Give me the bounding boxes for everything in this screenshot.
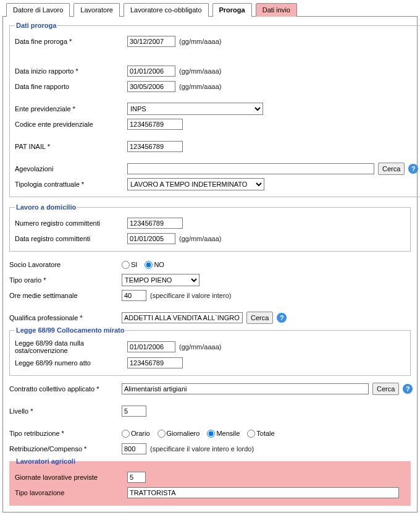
tipo-orario-select[interactable]: TEMPO PIENO [122,274,200,286]
ore-medie-field[interactable] [122,290,146,301]
label-ente-previdenziale: Ente previdenziale * [15,105,127,113]
livello-field[interactable] [122,406,146,417]
label-ore-medie: Ore medie settimanale [9,292,122,299]
socio-si-label: SI [131,261,137,268]
ente-previdenziale-select[interactable]: INPS [127,103,263,115]
hint-date-format: (gg/mm/aaaa) [179,38,221,45]
hint-int-spec: (specificare il valore intero) [150,292,231,299]
giornate-previste-field[interactable] [127,472,146,483]
legend-lavoratori-agricoli: Lavoratori agricoli [15,457,77,465]
label-data-inizio-rapporto: Data inizio rapporto * [15,67,127,75]
data-inizio-rapporto-field[interactable] [127,66,175,77]
label-giornate-previste: Giornate lavorative previste [15,474,127,481]
legend-dati-proroga: Dati proroga [15,22,57,29]
socio-si-radio[interactable] [122,261,130,269]
retribuzione-giornaliero-radio[interactable] [158,430,166,438]
socio-lavoratore-radio-group: SI NO [122,260,411,269]
legend-lavoro-domicilio: Lavoro a domicilio [15,203,77,211]
label-livello: Livello * [9,407,122,415]
codice-ente-field[interactable] [127,119,183,130]
retribuzione-giornaliero-label: Giornaliero [167,430,200,437]
retribuzione-mensile-label: Mensile [216,430,240,437]
qualifica-field[interactable] [122,312,243,323]
data-registro-field[interactable] [127,233,175,244]
data-fine-rapporto-field[interactable] [127,81,175,92]
legend-legge68: Legge 68/99 Collocamento mirato [15,326,125,334]
agevolazioni-field[interactable] [127,163,374,174]
tabs-bar: Datore di Lavoro Lavoratore Lavoratore c… [2,2,418,16]
hint-date-format: (gg/mm/aaaa) [179,67,221,75]
agevolazioni-search-button[interactable]: Cerca [378,163,405,175]
fieldset-lavoro-domicilio: Lavoro a domicilio Numero registro commi… [9,203,411,252]
label-qualifica: Qualifica professionale * [9,314,122,321]
hint-date-format: (gg/mm/aaaa) [179,235,221,242]
tab-lavoratore-co-obbligato[interactable]: Lavoratore co-obbligato [124,3,209,17]
legge68-data-field[interactable] [127,341,175,352]
tab-dati-invio[interactable]: Dati invio [256,3,297,17]
label-data-fine-proroga: Data fine proroga * [15,38,127,45]
contratto-collettivo-field[interactable] [122,383,369,394]
socio-no-radio[interactable] [145,261,153,269]
legge68-numero-field[interactable] [127,357,183,368]
retribuzione-mensile-radio[interactable] [207,430,215,438]
label-data-registro: Data registro committenti [15,235,127,242]
label-retribuzione-compenso: Retribuzione/Compenso * [9,445,122,453]
fieldset-legge68: Legge 68/99 Collocamento mirato Legge 68… [9,326,411,376]
data-fine-proroga-field[interactable] [127,36,175,47]
retribuzione-orario-radio[interactable] [122,430,130,438]
qualifica-search-button[interactable]: Cerca [246,312,273,324]
retribuzione-compenso-field[interactable] [122,443,146,454]
socio-no-label: NO [154,261,164,268]
tipo-lavorazione-field[interactable] [127,487,399,498]
label-tipologia-contrattuale: Tipologia contrattuale * [15,181,127,188]
contratto-collettivo-search-button[interactable]: Cerca [372,383,399,395]
label-legge68-data: Legge 68/99 data nulla osta/convenzione [15,339,127,354]
label-data-fine-rapporto: Data fine rapporto [15,83,127,90]
tab-lavoratore[interactable]: Lavoratore [74,3,120,17]
label-agevolazioni: Agevolazioni [15,165,127,172]
label-codice-ente: Codice ente previdenziale [15,121,127,128]
label-contratto-collettivo: Contratto collettivo applicato * [9,385,122,393]
pat-inail-field[interactable] [127,141,183,152]
label-tipo-lavorazione: Tipo lavorazione [15,489,127,496]
hint-int-lordo: (specificare il valore intero e lordo) [150,445,254,453]
label-tipo-orario: Tipo orario * [9,276,122,284]
tipologia-contrattuale-select[interactable]: LAVORO A TEMPO INDETERMINATO [127,178,264,190]
hint-date-format: (gg/mm/aaaa) [179,343,221,351]
help-icon[interactable]: ? [277,313,287,323]
label-tipo-retribuzione: Tipo retribuzione * [9,430,122,437]
label-pat-inail: PAT INAIL * [15,143,127,150]
retribuzione-totale-label: Totale [256,430,274,437]
hint-date-format: (gg/mm/aaaa) [179,83,221,90]
label-socio-lavoratore: Socio Lavoratore [9,261,122,268]
tipo-retribuzione-radio-group: Orario Giornaliero Mensile Totale [122,429,411,438]
label-legge68-numero: Legge 68/99 numero atto [15,359,127,367]
help-icon[interactable]: ? [408,164,418,174]
fieldset-dati-proroga: Dati proroga Data fine proroga * (gg/mm/… [9,22,420,197]
label-numero-registro: Numero registro committenti [15,219,127,227]
numero-registro-field[interactable] [127,218,183,229]
tab-panel-proroga: Dati proroga Data fine proroga * (gg/mm/… [2,16,418,512]
tab-proroga[interactable]: Proroga [212,3,252,17]
fieldset-lavoratori-agricoli: Lavoratori agricoli Giornate lavorative … [9,457,411,506]
tab-datore-di-lavoro[interactable]: Datore di Lavoro [6,3,70,17]
retribuzione-orario-label: Orario [131,430,150,437]
help-icon[interactable]: ? [403,384,413,394]
retribuzione-totale-radio[interactable] [247,430,255,438]
